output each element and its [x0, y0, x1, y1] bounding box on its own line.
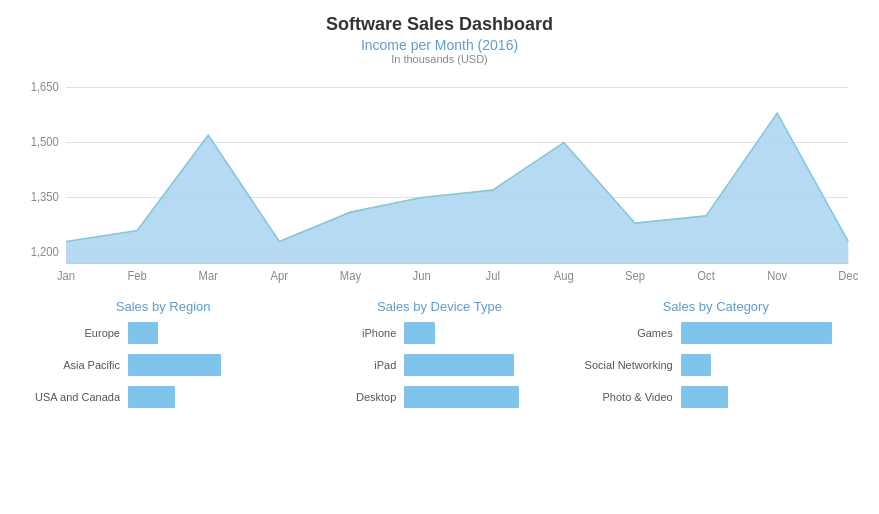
device-track-desktop	[404, 386, 572, 408]
x-label-jan: Jan	[57, 269, 75, 282]
category-label-photo: Photo & Video	[583, 391, 673, 403]
region-track-usa	[128, 386, 296, 408]
dashboard: Software Sales Dashboard Income per Mont…	[0, 0, 879, 514]
category-fill-social	[681, 354, 711, 376]
category-track-photo	[681, 386, 849, 408]
device-label-desktop: Desktop	[306, 391, 396, 403]
x-label-may: May	[340, 269, 361, 282]
device-bar-row-desktop: Desktop	[306, 386, 572, 408]
category-bar-row-photo: Photo & Video	[583, 386, 849, 408]
area-chart: 1,650 1,500 1,350 1,200 Jan Feb Mar Apr …	[20, 71, 859, 291]
y-label-1200: 1,200	[31, 244, 60, 257]
device-label-iphone: iPhone	[306, 327, 396, 339]
category-fill-games	[681, 322, 832, 344]
category-chart-title: Sales by Category	[583, 299, 849, 314]
category-track-games	[681, 322, 849, 344]
region-fill-asia	[128, 354, 221, 376]
area-chart-svg: 1,650 1,500 1,350 1,200 Jan Feb Mar Apr …	[20, 71, 859, 291]
region-fill-europe	[128, 322, 158, 344]
y-label-1650: 1,650	[31, 79, 60, 92]
sales-by-region-chart: Sales by Region Europe Asia Pacific USA …	[30, 299, 296, 504]
sales-by-device-chart: Sales by Device Type iPhone iPad Desktop	[306, 299, 572, 504]
device-bar-row-iphone: iPhone	[306, 322, 572, 344]
y-label-1350: 1,350	[31, 189, 60, 202]
sales-by-category-chart: Sales by Category Games Social Networkin…	[583, 299, 849, 504]
x-label-dec: Dec	[838, 269, 858, 282]
region-bar-row-europe: Europe	[30, 322, 296, 344]
x-label-nov: Nov	[767, 269, 787, 282]
bottom-charts: Sales by Region Europe Asia Pacific USA …	[20, 299, 859, 504]
x-label-sep: Sep	[625, 269, 645, 282]
region-chart-title: Sales by Region	[30, 299, 296, 314]
main-title: Software Sales Dashboard	[20, 14, 859, 35]
x-label-mar: Mar	[199, 269, 218, 282]
device-chart-title: Sales by Device Type	[306, 299, 572, 314]
category-bar-row-social: Social Networking	[583, 354, 849, 376]
x-label-feb: Feb	[127, 269, 146, 282]
region-fill-usa	[128, 386, 175, 408]
device-fill-desktop	[404, 386, 518, 408]
device-track-iphone	[404, 322, 572, 344]
region-bar-row-usa: USA and Canada	[30, 386, 296, 408]
area-fill	[66, 113, 848, 263]
x-label-jun: Jun	[413, 269, 431, 282]
x-label-aug: Aug	[554, 269, 574, 282]
region-label-europe: Europe	[30, 327, 120, 339]
category-bar-row-games: Games	[583, 322, 849, 344]
region-label-asia: Asia Pacific	[30, 359, 120, 371]
device-bar-row-ipad: iPad	[306, 354, 572, 376]
device-track-ipad	[404, 354, 572, 376]
device-fill-iphone	[404, 322, 434, 344]
x-label-apr: Apr	[271, 269, 289, 282]
area-chart-title: Income per Month (2016)	[20, 37, 859, 53]
device-fill-ipad	[404, 354, 513, 376]
region-label-usa: USA and Canada	[30, 391, 120, 403]
region-track-asia	[128, 354, 296, 376]
category-fill-photo	[681, 386, 728, 408]
x-label-oct: Oct	[697, 269, 715, 282]
y-label-1500: 1,500	[31, 134, 60, 147]
category-label-games: Games	[583, 327, 673, 339]
region-track-europe	[128, 322, 296, 344]
device-label-ipad: iPad	[306, 359, 396, 371]
x-label-jul: Jul	[486, 269, 500, 282]
category-label-social: Social Networking	[583, 359, 673, 371]
region-bar-row-asia: Asia Pacific	[30, 354, 296, 376]
area-chart-subtitle: In thousands (USD)	[20, 53, 859, 65]
category-track-social	[681, 354, 849, 376]
